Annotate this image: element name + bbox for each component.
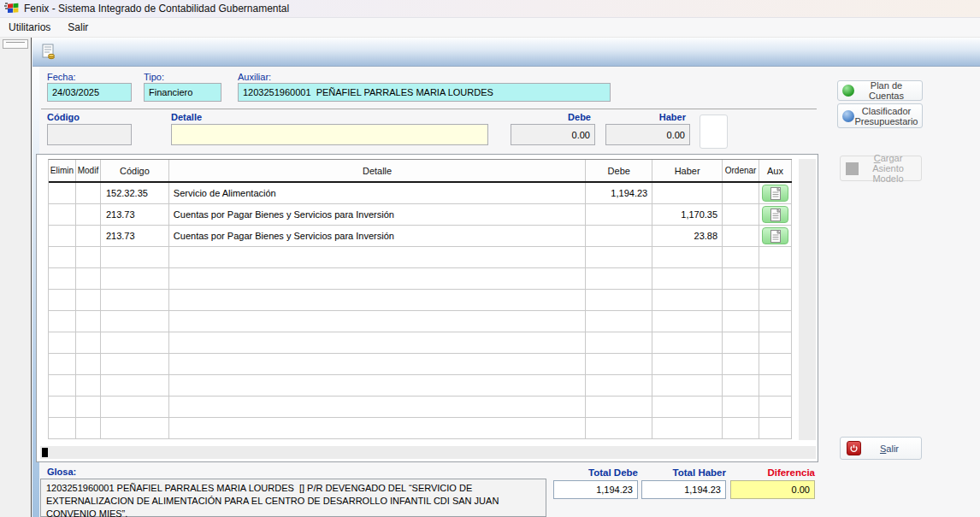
window-title: Fenix - Sistema Integrado de Contabilida…	[24, 3, 289, 15]
header-codigo: Código	[101, 160, 169, 181]
diferencia-label: Diferencia	[730, 467, 815, 478]
header-elimin: Elimin	[49, 160, 76, 181]
tipo-label: Tipo:	[144, 72, 164, 82]
scrollbar-thumb[interactable]	[42, 448, 48, 457]
cell-haber	[652, 183, 723, 203]
header-modif: Modif	[76, 160, 101, 181]
table-vertical-scrollbar[interactable]	[799, 159, 816, 440]
green-sphere-icon	[842, 85, 854, 97]
table-row: 213.73 Cuentas por Pagar Bienes y Servic…	[49, 226, 792, 247]
cargar-asiento-modelo-button: Cargar Asiento Modelo	[840, 156, 922, 181]
aux-button[interactable]	[762, 206, 788, 223]
table-row-empty	[49, 332, 792, 354]
haber-field[interactable]	[605, 124, 690, 145]
blue-sphere-icon	[842, 110, 854, 122]
document-icon	[770, 230, 781, 243]
total-haber-label: Total Haber	[641, 467, 726, 478]
entries-grid-panel: Elimin Modif Código Detalle Debe Haber O…	[36, 154, 818, 462]
document-icon	[770, 209, 781, 221]
cell-debe	[586, 226, 652, 246]
table-row: 152.32.35 Servicio de Alimentación 1,194…	[49, 183, 792, 204]
aux-button[interactable]	[762, 185, 788, 202]
table-row-empty	[49, 311, 792, 332]
glosa-field[interactable]: 1203251960001 PEÑAFIEL PARRALES MARIA LO…	[40, 479, 546, 517]
cell-debe	[586, 204, 652, 225]
fecha-field[interactable]	[47, 83, 132, 102]
entries-table: Elimin Modif Código Detalle Debe Haber O…	[48, 159, 792, 439]
table-row-empty	[49, 354, 792, 375]
aux-button[interactable]	[762, 227, 788, 244]
salir-button[interactable]: Salir	[840, 437, 922, 460]
cell-codigo: 213.73	[101, 226, 169, 246]
separator-line	[41, 109, 817, 109]
plan-de-cuentas-button[interactable]: Plan de Cuentas	[837, 80, 923, 101]
document-coins-icon[interactable]	[38, 41, 60, 63]
debe-label: Debe	[511, 112, 591, 122]
cell-codigo: 152.32.35	[101, 183, 169, 203]
table-header-row: Elimin Modif Código Detalle Debe Haber O…	[49, 160, 792, 183]
total-haber-field	[641, 480, 726, 499]
fecha-label: Fecha:	[47, 72, 76, 82]
auxiliar-label: Auxiliar:	[238, 72, 271, 82]
left-dock-panel	[0, 38, 32, 517]
total-debe-label: Total Debe	[553, 467, 638, 478]
cell-detalle: Servicio de Alimentación	[169, 183, 586, 203]
cell-codigo: 213.73	[101, 204, 169, 225]
header-haber: Haber	[652, 160, 723, 181]
table-row-empty	[49, 375, 792, 397]
detalle-label: Detalle	[171, 112, 202, 122]
cell-debe: 1,194.23	[586, 183, 652, 203]
table-row-empty	[49, 268, 792, 290]
dock-grip[interactable]	[3, 39, 28, 49]
add-entry-button[interactable]	[700, 115, 728, 149]
table-horizontal-scrollbar[interactable]	[40, 446, 816, 459]
glosa-label: Glosa:	[47, 467, 76, 477]
header-debe: Debe	[586, 160, 652, 181]
cell-haber: 1,170.35	[652, 204, 723, 225]
table-row: 213.73 Cuentas por Pagar Bienes y Servic…	[49, 204, 792, 226]
table-row-empty	[49, 247, 792, 268]
title-bar: Fenix - Sistema Integrado de Contabilida…	[0, 0, 980, 18]
table-row-empty	[49, 290, 792, 311]
haber-label: Haber	[605, 112, 686, 122]
cell-detalle: Cuentas por Pagar Bienes y Servicios par…	[169, 226, 586, 246]
debe-field[interactable]	[511, 124, 595, 145]
auxiliar-field[interactable]	[238, 83, 611, 102]
gray-square-icon	[846, 162, 859, 175]
codigo-field[interactable]	[47, 124, 132, 145]
detalle-field[interactable]	[171, 124, 488, 145]
total-debe-field	[553, 480, 638, 499]
menu-bar: Utilitarios Salir	[0, 18, 980, 38]
menu-utilitarios[interactable]: Utilitarios	[0, 19, 59, 36]
table-row-empty	[49, 397, 792, 418]
header-detalle: Detalle	[169, 160, 586, 181]
cell-haber: 23.88	[652, 226, 723, 246]
toolbar	[32, 38, 980, 67]
tipo-field[interactable]	[144, 83, 221, 102]
power-icon	[847, 441, 861, 455]
cell-detalle: Cuentas por Pagar Bienes y Servicios par…	[169, 204, 586, 225]
app-window: Fenix - Sistema Integrado de Contabilida…	[0, 0, 980, 517]
header-aux: Aux	[759, 160, 792, 181]
diferencia-field	[730, 480, 815, 499]
document-icon	[770, 187, 781, 200]
codigo-label: Código	[47, 112, 80, 122]
table-row-empty	[49, 418, 792, 439]
header-ordenar: Ordenar	[723, 160, 759, 181]
menu-salir[interactable]: Salir	[59, 19, 97, 36]
windows-logo-icon	[4, 3, 19, 15]
clasificador-presupuestario-button[interactable]: Clasificador Presupuestario	[837, 103, 923, 128]
